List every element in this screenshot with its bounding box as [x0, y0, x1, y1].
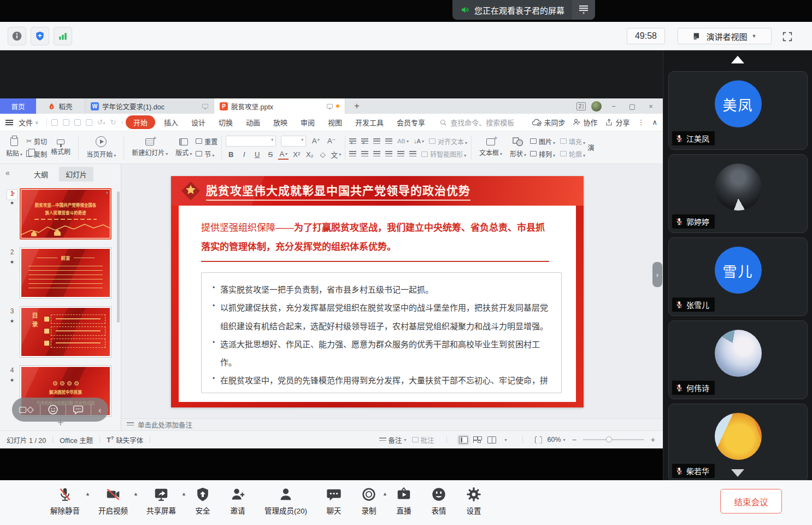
decrease-font-button[interactable]: A⁻ [326, 136, 337, 146]
zoom-in-button[interactable]: + [650, 435, 656, 444]
strikethrough-button[interactable]: S [265, 150, 275, 160]
zoom-slider[interactable] [583, 439, 644, 440]
distribute-button[interactable] [397, 151, 404, 157]
slide-thumbnail-1[interactable]: 脱贫攻坚—中国共产党带领全国各 族人民艰苦奋斗的奇迹 [20, 188, 111, 240]
tab-outline[interactable]: 大纲 [27, 167, 55, 182]
save-icon[interactable] [51, 119, 58, 126]
tab-document-pptx-active[interactable]: P 脱贫攻坚.pptx [214, 98, 345, 114]
slide-lead-paragraph[interactable]: 提供坚强组织保障——为了打赢脱贫攻坚战，我们建立中央统筹、省负总责、市县抓落实的… [201, 219, 550, 257]
menu-tab-devtools[interactable]: 开发工具 [349, 117, 390, 127]
undo-icon[interactable]: ↺▾ [97, 118, 105, 126]
view-mode-select[interactable]: 演讲者视图 ▼ [678, 28, 772, 44]
theme-label[interactable]: Office 主题 [60, 435, 93, 445]
missing-font-button[interactable]: T? 缺失字体 [107, 435, 143, 445]
textbox-button[interactable]: 文本框 [475, 138, 506, 157]
editor-canvas[interactable]: 脱贫攻坚伟大成就彰显中国共产党领导的政治优势 提供坚强组织保障——为了打赢脱贫攻… [121, 164, 663, 418]
comment-button[interactable]: 批注 [412, 435, 434, 445]
chat-bubble-icon[interactable] [73, 404, 84, 415]
restore-button[interactable]: ▢ [626, 102, 639, 110]
char-spacing-button[interactable]: AB [397, 136, 409, 146]
font-color-button[interactable]: A [278, 150, 289, 160]
mic-options-caret[interactable]: ▲ [85, 491, 90, 497]
normal-view-button[interactable] [459, 436, 468, 444]
manage-members-button[interactable]: 管理成员(20) [264, 486, 307, 516]
bullet-list-button[interactable] [349, 138, 356, 144]
align-text-button[interactable]: 对齐文本 [429, 137, 467, 146]
tab-slides[interactable]: 幻灯片 [59, 167, 93, 182]
sync-status[interactable]: 未同步 [532, 117, 565, 127]
menu-tab-transition[interactable]: 切换 [212, 117, 239, 127]
pin-icon[interactable] [202, 104, 208, 108]
panel-scrollbar[interactable] [117, 191, 120, 323]
cut-button[interactable]: ✂剪切 [26, 137, 47, 146]
slide-thumbnail-3[interactable]: 目录 [20, 306, 111, 358]
fill-button[interactable]: 填充 [560, 137, 585, 146]
minimize-button[interactable]: − [607, 102, 620, 110]
tab-docer[interactable]: 稻壳 [36, 98, 85, 114]
slide-bullet-box[interactable]: 落实脱贫攻坚一把手负责制，省市县乡村五级书记一起抓。 以抓党建促扶贫，充分发挥基… [201, 272, 562, 393]
italic-button[interactable]: I [239, 150, 249, 160]
numbered-list-button[interactable] [361, 138, 368, 144]
preview-icon[interactable] [86, 119, 92, 126]
text-tool-button[interactable]: 文 [331, 150, 341, 160]
increase-indent-button[interactable] [385, 138, 392, 144]
record-options-caret[interactable]: ▲ [383, 491, 387, 497]
clear-format-button[interactable]: ◇ [317, 150, 328, 160]
banner-menu-button[interactable]: ▾ [572, 0, 595, 20]
pin-icon[interactable] [327, 104, 333, 108]
increase-font-button[interactable]: A⁺ [311, 136, 321, 146]
font-family-input[interactable] [226, 136, 276, 147]
slide-sorter-view-button[interactable] [473, 436, 482, 444]
zoom-slider-knob[interactable] [606, 436, 612, 442]
account-avatar[interactable] [591, 101, 602, 112]
convert-smartart-button[interactable]: 转智能图形 [421, 149, 466, 159]
zoom-out-button[interactable]: − [571, 435, 578, 444]
font-size-input[interactable] [281, 136, 306, 147]
window-count-badge[interactable]: 2 [576, 102, 586, 110]
export-icon[interactable] [63, 119, 69, 126]
new-slide-button[interactable]: 新建幻灯片 [128, 138, 172, 157]
collaborate-button[interactable]: 协作 [573, 117, 597, 127]
picture-button[interactable]: 图片 [530, 137, 555, 146]
outline-button[interactable]: 轮廓 [560, 149, 585, 159]
fullscreen-button[interactable] [779, 28, 796, 45]
annotation-tools-button[interactable] [19, 407, 33, 413]
shapes-button[interactable]: 形状 [506, 137, 530, 158]
redo-icon[interactable]: ↻ [110, 118, 116, 126]
unmute-button[interactable]: 解除静音 ▲ [50, 486, 80, 516]
record-button[interactable]: 录制 ▲ [361, 486, 377, 516]
security-button[interactable]: 安全 [195, 486, 211, 516]
line-spacing-button[interactable] [409, 151, 416, 157]
more-menu-icon[interactable]: ⋮ [637, 118, 644, 126]
slide-editor[interactable]: 脱贫攻坚伟大成就彰显中国共产党领导的政治优势 提供坚强组织保障——为了打赢脱贫攻… [171, 176, 584, 407]
copy-button[interactable]: 复制 [26, 149, 47, 159]
bold-button[interactable]: B [226, 150, 236, 160]
close-button[interactable]: × [644, 102, 657, 110]
security-shield-button[interactable] [31, 27, 49, 45]
menu-tab-start[interactable]: 开始 [126, 115, 155, 129]
scroll-down-arrow[interactable] [731, 469, 744, 477]
align-center-button[interactable] [361, 151, 368, 157]
play-from-current-button[interactable]: 当页开始 [83, 136, 120, 159]
align-right-button[interactable] [373, 151, 380, 157]
justify-button[interactable] [385, 151, 392, 157]
menu-tab-member[interactable]: 会员专享 [390, 117, 432, 127]
tab-document-doc[interactable]: W 学年论文要求(1).doc [85, 98, 214, 114]
menu-tab-review[interactable]: 审阅 [294, 117, 321, 127]
settings-button[interactable]: 设置 [466, 486, 482, 516]
scroll-up-arrow[interactable] [731, 56, 744, 63]
quick-access-toolbar[interactable]: ↺▾ ↻ ▿ [51, 118, 123, 126]
arrange-button[interactable]: 排列 [530, 149, 555, 159]
emoji-icon[interactable] [48, 404, 58, 415]
meeting-info-button[interactable] [8, 27, 26, 45]
new-tab-button[interactable]: + [345, 98, 368, 114]
video-options-caret[interactable]: ▲ [133, 491, 138, 497]
collapse-chevron-icon[interactable]: ‹ [98, 405, 101, 415]
reading-view-button[interactable] [487, 436, 496, 444]
superscript-button[interactable]: X² [291, 150, 302, 160]
decrease-indent-button[interactable] [373, 138, 380, 144]
slide-thumbnail-2[interactable]: 前言 [20, 247, 111, 299]
panel-collapse-icon[interactable]: « [5, 168, 10, 177]
start-video-button[interactable]: 开启视频 ▲ [98, 486, 128, 516]
reset-button[interactable]: 重置 [196, 137, 217, 146]
